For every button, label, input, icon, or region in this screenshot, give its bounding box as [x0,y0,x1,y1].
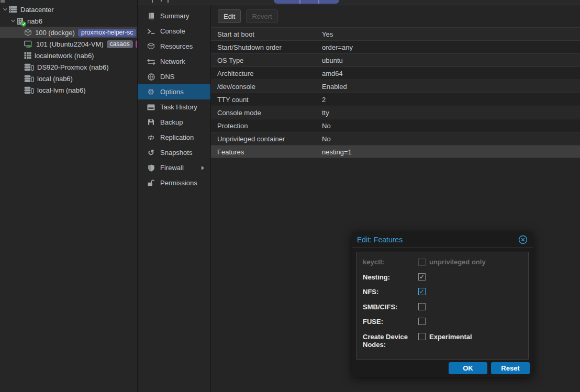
nav-item-network[interactable]: Network [138,54,210,69]
tree-item-label: DS920-Proxmox (nab6) [37,63,109,71]
book-icon [147,13,155,19]
option-value: nesting=1 [322,145,580,158]
tag-separator [318,0,319,4]
storage-icon [24,86,34,94]
tag-separator [299,0,300,4]
nav-item-dns[interactable]: DNS [138,69,210,84]
nav-item-firewall[interactable]: Firewall [138,160,210,175]
table-row-protection[interactable]: Protection No [211,119,580,132]
vm-running-icon [24,40,33,48]
online-status-icon [21,21,26,27]
nav-item-label: DNS [160,73,174,81]
fuse-checkbox[interactable] [418,318,426,325]
revert-button[interactable]: Revert [246,9,277,23]
tag-casaos: casaos [107,40,133,48]
nesting-checkbox[interactable] [418,273,426,281]
nav-item-summary[interactable]: Summary [138,8,210,24]
nav-item-task-history[interactable]: Task History [138,99,210,115]
keyctl-checkbox[interactable] [418,259,426,266]
nav-item-replication[interactable]: Replication [138,130,210,145]
nav-item-resources[interactable]: Resources [138,39,210,54]
clipped-header-strip [138,0,580,5]
clipped-header-text-fragment [161,0,162,2]
option-value: order=any [322,41,580,53]
nav-item-label: Backup [160,118,183,126]
nav-item-label: Snapshots [160,149,192,156]
nav-item-label: Options [160,88,184,96]
edit-features-dialog: Edit: Features keyctl: unprivileged only… [352,232,533,377]
proxmox-window: Datacenter nab6 100 (dockge) [0,0,580,392]
nav-item-snapshots[interactable]: ↺ Snapshots [138,145,210,160]
network-grid-icon [24,52,31,59]
field-label: FUSE: [363,318,418,326]
list-icon [147,104,155,110]
option-value: amd64 [322,67,580,80]
clipped-tree-icon-fragment [1,0,5,3]
tree-item-label: Datacenter [20,6,54,14]
table-row-dev-console[interactable]: /dev/console Enabled [211,80,580,93]
tree-item-ct-100[interactable]: 100 (dockge) proxmox-helper-sc [0,27,137,38]
tree-item-storage-ds920[interactable]: DS920-Proxmox (nab6) [0,61,137,73]
edit-button[interactable]: Edit [218,9,241,23]
clipped-header-tag-fragment [274,0,339,4]
tree-item-datacenter[interactable]: Datacenter [0,4,137,15]
checkbox-note: unprivileged only [429,258,486,266]
storage-icon [24,75,34,83]
nfs-checkbox[interactable] [418,288,426,295]
swap-arrows-icon [147,59,155,65]
tree-item-label: nab6 [27,17,42,25]
tree-item-storage-local-lvm[interactable]: local-lvm (nab6) [0,84,137,96]
table-row-tty-count[interactable]: TTY count 2 [211,93,580,106]
nav-item-backup[interactable]: Backup [138,115,210,130]
table-row-console-mode[interactable]: Console mode tty [211,106,580,119]
tree-item-label: local-lvm (nab6) [37,86,85,94]
clipped-header-text-fragment [168,0,169,3]
tree-item-storage-local[interactable]: local (nab6) [0,73,137,84]
chevron-down-icon[interactable] [2,7,8,12]
tree-item-label: local (nab6) [37,75,73,83]
field-create-device-nodes: Create Device Nodes: Experimental [363,331,522,349]
table-row-architecture[interactable]: Architecture amd64 [211,66,580,80]
field-label: Nesting: [363,273,418,281]
nav-item-permissions[interactable]: Permissions [138,175,210,191]
table-row-startup-order[interactable]: Start/Shutdown order order=any [211,40,580,53]
nav-item-label: Console [160,27,185,35]
option-value: 2 [322,93,580,106]
table-row-os-type[interactable]: OS Type ubuntu [211,53,580,66]
table-row-features[interactable]: Features nesting=1 [211,145,580,158]
nav-item-console[interactable]: Console [138,24,210,39]
reset-button[interactable]: Reset [491,362,530,374]
ok-button[interactable]: OK [449,362,487,374]
storage-icon [24,63,34,71]
node-icon [16,17,24,25]
smb-cifs-checkbox[interactable] [418,303,426,310]
dialog-titlebar[interactable]: Edit: Features [352,232,533,248]
option-value: Enabled [322,80,580,93]
cube-icon [147,42,155,50]
tree-item-vm-101[interactable]: 101 (Ubuntu2204-VM) casaos [0,38,137,50]
option-name: Console mode [211,106,322,119]
tree-item-label: 100 (dockge) [35,29,75,37]
nav-item-label: Firewall [160,164,184,172]
nav-item-options[interactable]: ⚙ Options [138,84,210,99]
checkbox-note: Experimental [429,333,472,341]
field-nesting: Nesting: [363,271,522,286]
option-value: ubuntu [322,54,580,66]
nav-item-label: Resources [160,42,193,50]
tree-item-node-nab6[interactable]: nab6 [0,15,137,27]
nav-item-label: Replication [160,133,194,141]
tree-item-label: 101 (Ubuntu2204-VM) [36,40,104,48]
field-label: SMB/CIFS: [363,303,418,311]
options-toolbar: Edit Revert [211,5,580,27]
gear-icon: ⚙ [147,87,155,97]
tree-item-localnetwork[interactable]: localnetwork (nab6) [0,50,137,61]
field-fuse: FUSE: [363,316,522,331]
create-device-nodes-checkbox[interactable] [418,333,426,340]
table-row-start-at-boot[interactable]: Start at boot Yes [211,27,580,40]
history-icon: ↺ [147,148,155,158]
close-icon[interactable] [518,235,528,244]
chevron-down-icon[interactable] [9,18,16,24]
nav-item-label: Permissions [160,179,197,187]
server-icon [8,6,17,13]
table-row-unprivileged[interactable]: Unprivileged container No [211,132,580,145]
